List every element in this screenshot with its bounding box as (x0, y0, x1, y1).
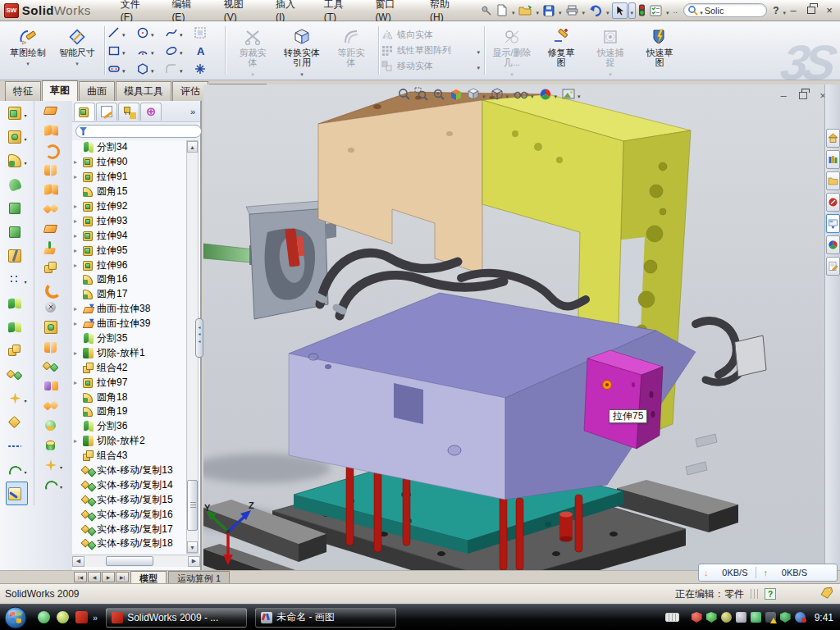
offset-entities-button[interactable]: 等距实体 (326, 23, 376, 78)
surface-toolbar-button[interactable] (43, 101, 62, 121)
tree-item[interactable]: 拉伸93 (74, 213, 187, 228)
tree-item[interactable]: 曲面-拉伸38 (74, 302, 187, 317)
search-input[interactable] (705, 6, 756, 16)
surface-toolbar-button[interactable] (43, 455, 62, 475)
sketch-button[interactable]: 草图绘制 (3, 23, 52, 78)
feature-toolbar-button[interactable] (7, 315, 26, 339)
new-document-icon[interactable] (495, 2, 509, 19)
tree-item[interactable]: 拉伸96 (74, 258, 187, 272)
expand-arrow-icon[interactable] (74, 349, 80, 357)
tree-item[interactable]: 实体-移动/复制18 (74, 536, 187, 551)
print-dropdown[interactable] (581, 3, 587, 18)
tree-item[interactable]: 拉伸91 (74, 170, 187, 185)
move-entities-button[interactable]: 移动实体 (381, 60, 482, 72)
tree-item[interactable]: 拉伸92 (74, 199, 187, 214)
tree-item[interactable]: 切除-放样1 (74, 345, 187, 360)
tree-filter-input[interactable] (89, 127, 198, 136)
tree-item[interactable]: 切除-放样2 (74, 434, 187, 449)
sketch-fillet-tool[interactable] (165, 60, 194, 77)
apply-scene-icon[interactable] (561, 87, 582, 102)
feature-toolbar-button[interactable] (7, 410, 26, 434)
expand-arrow-icon[interactable] (74, 232, 80, 240)
tray-icon[interactable] (706, 612, 717, 623)
surface-toolbar-button[interactable] (43, 416, 62, 436)
panel-splitter-handle[interactable] (195, 318, 203, 358)
feature-toolbar-button[interactable] (7, 244, 26, 267)
property-manager-tab[interactable] (96, 103, 117, 121)
appearances-scenes-tab[interactable] (826, 235, 840, 254)
expand-arrow-icon[interactable] (74, 379, 80, 386)
convert-entities-button[interactable]: 转换实体引用 (277, 23, 326, 78)
solidworks-resources-tab[interactable] (826, 129, 840, 148)
trim-entities-button[interactable]: 剪裁实体 (228, 23, 277, 78)
restore-button[interactable] (807, 7, 815, 14)
surface-toolbar-button[interactable] (43, 337, 62, 357)
keyboard-layout-icon[interactable] (665, 613, 679, 622)
traffic-light-icon[interactable] (637, 2, 647, 19)
dimxpert-manager-tab[interactable] (140, 103, 162, 121)
save-dropdown[interactable] (557, 3, 564, 18)
taskbar-task[interactable]: 未命名 - 画图 (255, 608, 396, 628)
feature-toolbar-button[interactable] (7, 434, 26, 458)
taskbar-task[interactable]: SolidWorks 2009 - ... (106, 608, 247, 628)
tray-icon[interactable] (721, 612, 732, 623)
quick-launch-icon[interactable] (75, 611, 88, 623)
surface-toolbar-button[interactable] (43, 298, 62, 317)
expand-arrow-icon[interactable] (74, 320, 80, 327)
feature-toolbar-button[interactable] (7, 267, 26, 291)
new-dropdown[interactable] (510, 3, 517, 18)
tree-item[interactable]: 圆角18 (74, 390, 187, 404)
linear-pattern-dropdown[interactable] (475, 46, 482, 56)
surface-toolbar-button[interactable] (43, 475, 62, 495)
pin-icon[interactable] (479, 2, 494, 19)
tree-item[interactable]: 分割35 (74, 331, 187, 346)
surface-toolbar-button[interactable] (43, 258, 62, 278)
scroll-right-button[interactable]: ▶ (188, 556, 200, 567)
surface-toolbar-button[interactable] (43, 239, 62, 258)
part-red-cylinder[interactable] (559, 512, 573, 542)
tree-item[interactable]: 圆角17 (74, 287, 187, 302)
circle-tool[interactable] (136, 24, 165, 41)
arc-tool[interactable] (136, 42, 165, 59)
tree-item[interactable]: 组合43 (74, 449, 187, 463)
document-tab[interactable]: 模型 (130, 571, 167, 583)
section-view-icon[interactable] (449, 87, 463, 102)
tray-icon[interactable] (765, 612, 776, 623)
sketch-picture-tool[interactable] (194, 24, 222, 41)
command-tab[interactable]: 草图 (42, 80, 78, 102)
rapid-sketch-button[interactable]: 快速草图 (635, 23, 684, 78)
smart-dimension-button[interactable]: 智能尺寸 (52, 23, 102, 78)
doc-close-button[interactable]: × (817, 89, 824, 102)
undo-dropdown[interactable] (605, 3, 611, 18)
surface-toolbar-button[interactable] (43, 121, 62, 140)
help-dropdown[interactable] (781, 3, 788, 18)
manager-overflow-chevron[interactable] (190, 107, 199, 116)
tree-horizontal-scrollbar[interactable]: ◀ ▶ (72, 555, 200, 567)
status-help-icon[interactable]: ? (765, 588, 776, 600)
slot-tool[interactable] (107, 60, 136, 77)
surface-toolbar-button[interactable] (43, 180, 62, 199)
tab-nav-button[interactable]: ▶ (102, 572, 115, 582)
vertical-scroll-thumb[interactable] (187, 480, 198, 531)
command-tab[interactable]: 曲面 (79, 81, 115, 101)
save-icon[interactable] (541, 2, 556, 19)
feature-toolbar-button[interactable] (6, 482, 27, 505)
dropdown-arrow-icon[interactable] (59, 458, 62, 472)
quick-launch-icon[interactable] (57, 611, 69, 623)
file-explorer-tab[interactable] (826, 171, 840, 190)
smart-dimension-dropdown[interactable] (75, 57, 79, 67)
feature-toolbar-button[interactable] (7, 196, 26, 220)
tree-item[interactable]: 实体-移动/复制13 (74, 463, 187, 478)
surface-toolbar-button[interactable] (43, 377, 62, 396)
design-library-tab[interactable] (826, 150, 840, 169)
tree-item[interactable]: 拉伸94 (74, 228, 187, 243)
dropdown-arrow-icon[interactable] (23, 153, 26, 168)
tree-item[interactable]: 实体-移动/复制14 (74, 477, 187, 492)
close-button[interactable]: × (824, 4, 835, 16)
tree-item[interactable]: 拉伸97 (74, 375, 187, 390)
document-tab[interactable]: 运动算例 1 (168, 571, 230, 583)
dropdown-arrow-icon[interactable] (23, 463, 26, 477)
edit-appearance-icon[interactable] (538, 87, 559, 102)
zoom-fit-icon[interactable] (397, 87, 412, 102)
feature-toolbar-button[interactable] (7, 458, 26, 482)
